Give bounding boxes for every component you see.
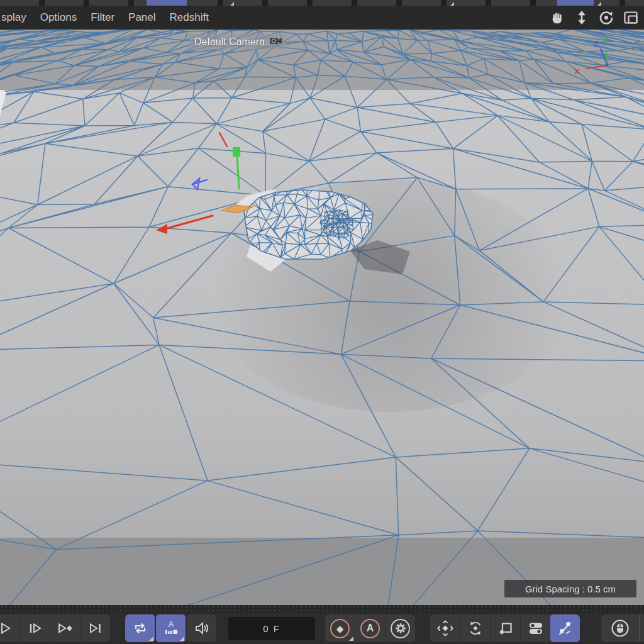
axis-z-label: Z	[594, 39, 599, 48]
menu-display[interactable]: splay	[0, 11, 33, 24]
menu-panel[interactable]: Panel	[121, 11, 162, 24]
flyout-corner-icon	[149, 636, 153, 641]
grid-spacing-label: Grid Spacing : 0.5 cm	[504, 580, 636, 597]
record-parameter-button[interactable]	[520, 614, 550, 642]
menu-redshift[interactable]: Redshift	[163, 11, 216, 24]
timeline-grip[interactable]	[0, 605, 644, 613]
position-icon	[437, 620, 453, 636]
sound-button[interactable]	[187, 614, 216, 642]
svg-text:A: A	[168, 620, 173, 629]
record-keyframe-button[interactable]: ◆	[325, 614, 355, 642]
flyout-corner-icon	[349, 636, 353, 641]
record-channels-group	[430, 614, 580, 642]
cycle-loop-button[interactable]	[125, 614, 155, 642]
camera-icon	[269, 36, 283, 48]
view-controls	[549, 9, 644, 26]
camera-label-text: Default Camera	[194, 36, 265, 48]
keyframe-settings-button[interactable]	[385, 614, 415, 642]
axis-y-label: Y	[603, 36, 609, 46]
pan-hand-icon[interactable]	[549, 9, 565, 26]
play-backwards-button[interactable]	[0, 614, 19, 642]
goto-end-button[interactable]	[80, 614, 110, 642]
orbit-camera-icon[interactable]	[598, 9, 614, 26]
frame-counter-value: 0 F	[263, 623, 280, 634]
play-next-key-button[interactable]	[50, 614, 80, 642]
play-next-frame-button[interactable]	[19, 614, 50, 642]
top-toolbar-edge	[0, 0, 644, 6]
record-rotation-button[interactable]	[460, 614, 490, 642]
frame-counter-field[interactable]: 0 F	[228, 617, 315, 640]
viewport-layout-icon[interactable]	[623, 9, 639, 26]
gear-icon	[394, 621, 408, 635]
transport-group	[0, 614, 110, 642]
flyout-corner-icon	[180, 636, 184, 641]
menu-options[interactable]: Options	[33, 11, 84, 24]
mouse-group	[601, 614, 644, 642]
autokey-letter: A	[367, 623, 374, 633]
timeline-bar: A 0 F ◆ A	[0, 605, 644, 644]
record-scale-button[interactable]	[490, 614, 520, 642]
grid-spacing-text: Grid Spacing : 0.5 cm	[525, 584, 616, 594]
scale-icon	[497, 620, 514, 636]
record-pla-button[interactable]	[550, 614, 580, 642]
play-options-group: A	[125, 614, 216, 642]
viewport-canvas[interactable]	[0, 30, 644, 605]
autokey-display-button[interactable]: A	[156, 614, 186, 642]
pla-points-icon	[557, 620, 574, 636]
top-strip-active-button-2[interactable]	[557, 0, 594, 6]
viewport-menu-bar: splay Options Filter Panel Redshift	[0, 6, 644, 30]
rotation-icon	[467, 620, 484, 636]
keyframe-diamond-icon: ◆	[336, 624, 344, 633]
record-group: ◆ A	[325, 614, 415, 642]
dolly-vertical-icon[interactable]	[574, 9, 590, 26]
top-strip-active-button[interactable]	[147, 0, 187, 6]
axis-x-label: X	[574, 67, 580, 76]
mouse-icon	[611, 619, 630, 638]
record-position-button[interactable]	[430, 614, 460, 642]
camera-label[interactable]: Default Camera	[189, 34, 287, 50]
mouse-input-button[interactable]	[601, 614, 640, 642]
parameter-toggles-icon	[528, 620, 544, 636]
autokeying-button[interactable]: A	[355, 614, 385, 642]
menu-filter[interactable]: Filter	[84, 11, 121, 24]
